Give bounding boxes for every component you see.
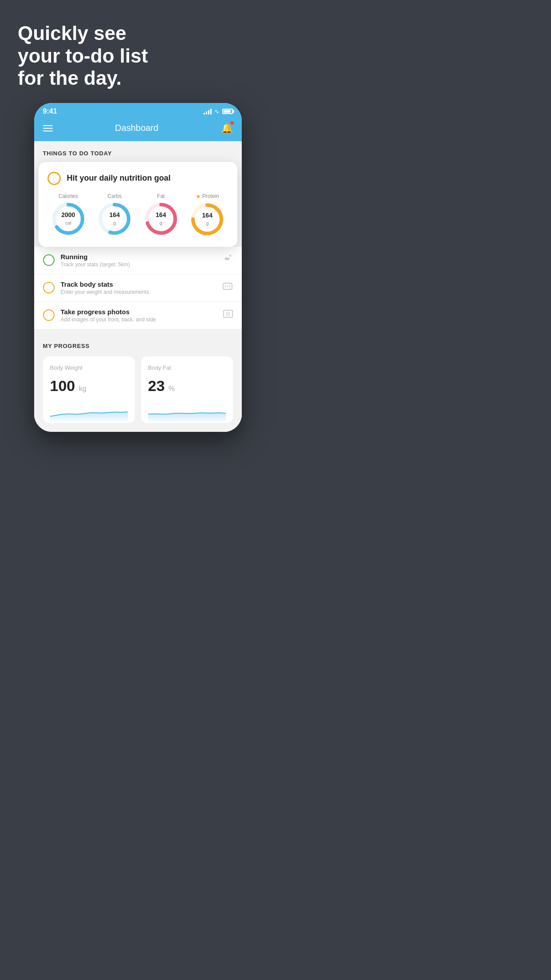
body-stats-sub: Enter your weight and measurements (61, 289, 216, 295)
progress-section: MY PROGRESS Body Weight 100 kg (34, 329, 242, 432)
fat-value: 164 (156, 211, 166, 218)
hero-title: Quickly see your to-do list for the day. (18, 22, 148, 90)
body-weight-label: Body Weight (50, 364, 128, 371)
nutrition-card: Hit your daily nutrition goal Calories 2… (39, 162, 237, 247)
calories-unit: cal (65, 220, 71, 225)
progress-photos-sub: Add images of your front, back, and side (61, 316, 217, 323)
svg-point-14 (227, 313, 228, 315)
body-fat-card: Body Fat 23 % (141, 356, 233, 423)
menu-button[interactable] (43, 125, 53, 131)
wifi-icon: ∿ (214, 108, 220, 115)
body-weight-unit: kg (79, 385, 87, 392)
protein-unit: g (206, 221, 209, 226)
body-fat-label: Body Fat (148, 364, 226, 371)
fat-label: Fat (157, 193, 165, 199)
body-stats-check-circle[interactable] (43, 282, 55, 293)
protein-label: ★ Protein (196, 193, 219, 200)
calories-item: Calories 2000 cal (51, 193, 86, 237)
calories-label: Calories (59, 193, 78, 199)
carbs-item: Carbs 164 g (97, 193, 132, 237)
calories-donut: 2000 cal (51, 201, 86, 237)
todo-item-body-stats[interactable]: Track body stats Enter your weight and m… (34, 274, 242, 302)
body-fat-chart (148, 401, 226, 423)
carbs-label: Carbs (107, 193, 122, 199)
todo-list: Running Track your stats (target: 5km) T… (34, 247, 242, 329)
progress-photos-info: Take progress photos Add images of your … (61, 308, 217, 323)
carbs-unit: g (113, 220, 116, 225)
fat-item: Fat 164 g (143, 193, 179, 237)
todo-item-running[interactable]: Running Track your stats (target: 5km) (34, 247, 242, 274)
progress-photos-icon (223, 309, 233, 321)
hero-section: Quickly see your to-do list for the day. (0, 0, 165, 103)
body-fat-value-row: 23 % (148, 377, 226, 395)
body-weight-value-row: 100 kg (50, 377, 128, 395)
notification-bell-button[interactable]: 🔔 (221, 122, 233, 134)
running-check-circle[interactable] (43, 254, 55, 266)
card-header: Hit your daily nutrition goal (47, 172, 228, 185)
running-sub: Track your stats (target: 5km) (61, 261, 215, 268)
things-to-do-heading: THINGS TO DO TODAY (34, 150, 242, 162)
fat-unit: g (160, 220, 162, 225)
body-stats-icon (222, 281, 233, 294)
main-content: THINGS TO DO TODAY Hit your daily nutrit… (34, 141, 242, 432)
todo-item-progress-photos[interactable]: Take progress photos Add images of your … (34, 302, 242, 329)
running-name: Running (61, 253, 215, 261)
progress-cards: Body Weight 100 kg (43, 356, 233, 423)
body-fat-value: 23 (148, 377, 165, 394)
body-stats-name: Track body stats (61, 281, 216, 288)
battery-icon (222, 109, 233, 114)
fat-donut: 164 g (143, 201, 179, 237)
running-icon (221, 254, 233, 266)
nav-title: Dashboard (115, 123, 158, 133)
body-stats-info: Track body stats Enter your weight and m… (61, 281, 216, 295)
phone-frame: 9:41 ∿ Dashboard 🔔 THINGS TO DO TODAY (34, 103, 242, 432)
body-weight-card: Body Weight 100 kg (43, 356, 135, 423)
protein-star-icon: ★ (196, 193, 201, 200)
status-bar: 9:41 ∿ (34, 103, 242, 118)
progress-photos-check-circle[interactable] (43, 309, 55, 321)
nutrition-check-circle[interactable] (47, 172, 61, 185)
running-info: Running Track your stats (target: 5km) (61, 253, 215, 268)
nav-bar: Dashboard 🔔 (34, 118, 242, 141)
signal-icon (204, 108, 212, 115)
protein-item: ★ Protein 164 g (189, 193, 225, 237)
carbs-donut: 164 g (97, 201, 132, 237)
carbs-value: 164 (110, 211, 120, 218)
nutrition-card-title: Hit your daily nutrition goal (67, 174, 171, 183)
body-fat-unit: % (169, 385, 175, 392)
protein-donut: 164 g (189, 202, 225, 237)
progress-heading: MY PROGRESS (43, 343, 233, 349)
calories-value: 2000 (61, 211, 75, 218)
nutrition-row: Calories 2000 cal Carbs (47, 193, 228, 237)
status-icons: ∿ (204, 108, 233, 115)
notification-dot (230, 121, 234, 125)
protein-value: 164 (202, 212, 213, 218)
body-weight-value: 100 (50, 377, 75, 394)
body-weight-chart (50, 401, 128, 423)
progress-photos-name: Take progress photos (61, 308, 217, 316)
status-time: 9:41 (43, 107, 57, 115)
